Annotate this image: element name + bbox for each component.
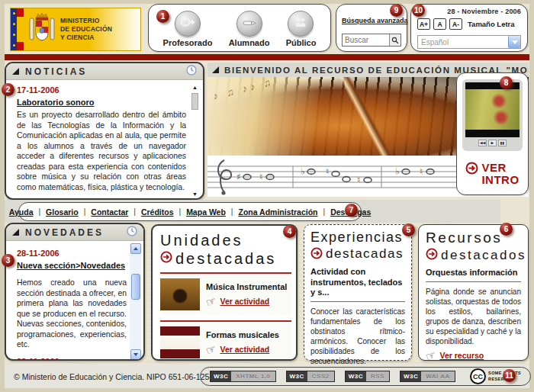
publico-label: Público: [286, 38, 317, 47]
w3c-label: CSS2: [307, 371, 334, 381]
experiencias-title-line2: destacadas: [326, 247, 404, 262]
pencil-icon: [243, 17, 256, 31]
ministry-name-line3: Y CIENCIA: [60, 34, 112, 42]
w3c-wai-badge[interactable]: W3C WAI AA: [400, 371, 455, 382]
unidades-title-line1: Unidades: [160, 232, 291, 249]
search-input[interactable]: [343, 34, 389, 46]
intro-video-panel: ◀◀ ▶ ▮▮ VER INTRO: [456, 72, 529, 195]
noticias-header: NOTICIAS: [6, 63, 203, 80]
menu-separator: |: [134, 207, 136, 216]
menu-item-zona-administracion[interactable]: Zona Administración: [238, 207, 317, 217]
unidad-item: Formas musicales ☞ Ver actividad: [160, 320, 291, 361]
novedades-scrollbar[interactable]: [130, 243, 141, 360]
ver-intro-line1: VER: [481, 162, 519, 174]
w3c-xhtml-badge[interactable]: W3C XHTML 1.0: [210, 371, 276, 382]
current-date: 28 - Noviembre - 2006: [417, 8, 521, 15]
menu-separator: |: [84, 207, 86, 216]
ministry-logo[interactable]: MINISTERIO DE EDUCACIÓN Y CIENCIA: [10, 8, 141, 51]
unidad-item: Música Instrumental ☞ Ver actividad: [160, 272, 291, 315]
utility-menu: Ayuda | Glosario | Contactar | Créditos …: [18, 202, 362, 221]
video-thumbnail[interactable]: [465, 82, 520, 137]
annotation-badge-4: 4: [283, 225, 296, 238]
annotation-badge-6: 6: [500, 223, 513, 236]
ver-intro-line2: INTRO: [481, 174, 519, 186]
scroll-down-icon[interactable]: [130, 349, 141, 360]
noticias-panel: NOTICIAS 17-11-2006 Laboratorio sonoro E…: [5, 62, 204, 200]
hand-pointer-icon: ☞: [204, 342, 217, 356]
svg-text:♭: ♭: [395, 166, 400, 177]
novedad-link[interactable]: Nueva sección>Novedades: [17, 261, 125, 270]
noticias-scrollbar[interactable]: ▲ ▼: [190, 83, 200, 198]
profesorado-button[interactable]: Profesorado: [163, 11, 213, 47]
scroll-up-icon[interactable]: [130, 243, 141, 254]
ministry-name-line1: MINISTERIO: [60, 17, 112, 25]
font-normal-button[interactable]: A: [433, 18, 446, 30]
unidad-thumbnail[interactable]: [160, 278, 200, 310]
publico-circle[interactable]: [288, 11, 314, 37]
w3c-css-badge[interactable]: W3C CSS2: [286, 371, 335, 382]
language-selected-value: Español: [418, 38, 508, 47]
font-increase-button[interactable]: A+: [417, 18, 430, 30]
menu-item-glosario[interactable]: Glosario: [46, 207, 79, 217]
unidades-panel: Unidades destacadas Música Instrumental …: [151, 224, 298, 361]
rewind-icon[interactable]: ◀◀: [478, 140, 487, 146]
w3c-label: WAI AA: [421, 371, 455, 381]
corner-triangle-icon: [212, 66, 219, 73]
novedad-date: 28-11-2006: [17, 249, 127, 258]
w3c-prefix: W3C: [346, 371, 366, 381]
novedades-panel: NOVEDADES 28-11-2006 Nueva sección>Noved…: [5, 223, 145, 361]
annotation-badge-2: 2: [2, 83, 14, 96]
scroll-up-icon[interactable]: ▲: [191, 83, 199, 92]
novedades-header: NOVEDADES: [6, 224, 143, 241]
menu-item-creditos[interactable]: Créditos: [141, 207, 174, 217]
hand-pointer-icon: ☞: [424, 349, 437, 362]
menu-item-ayuda[interactable]: Ayuda: [9, 207, 34, 217]
pause-icon[interactable]: ▮▮: [498, 140, 507, 146]
menu-item-mapa-web[interactable]: Mapa Web: [186, 207, 226, 217]
header-red-bar: [5, 54, 529, 60]
menu-separator: |: [231, 207, 233, 216]
link-icon: [180, 17, 195, 31]
scrollbar-thumb[interactable]: [131, 274, 140, 300]
unidad-thumbnail[interactable]: [160, 326, 200, 358]
red-circle-arrow-icon: [426, 248, 438, 263]
profile-nav-panel: Profesorado Alumnado Público: [148, 4, 331, 52]
unidades-title-line2: destacadas: [175, 250, 276, 267]
clock-icon: [127, 226, 137, 239]
ver-actividad-link[interactable]: Ver actividad: [220, 345, 269, 354]
ver-actividad-link[interactable]: Ver actividad: [220, 297, 269, 306]
play-icon[interactable]: ▶: [488, 140, 497, 146]
novedad-date: 28-11-2006: [17, 357, 127, 361]
svg-text:♮: ♮: [326, 166, 329, 177]
ver-recurso-link[interactable]: Ver recurso: [439, 351, 484, 360]
novedad-body: Hemos creado una nueva sección destinada…: [17, 278, 127, 350]
footer: © Ministerio de Educación y Ciencia. NIP…: [5, 365, 529, 388]
search-button[interactable]: [389, 34, 400, 46]
advanced-search-link[interactable]: Búsqueda avanzada: [342, 17, 408, 24]
profesorado-circle[interactable]: [175, 11, 201, 37]
alumnado-button[interactable]: Alumnado: [229, 11, 270, 47]
ver-intro-link[interactable]: VER INTRO: [457, 162, 528, 186]
scrollbar-thumb[interactable]: [191, 93, 198, 110]
w3c-label: RSS: [366, 371, 389, 381]
cc-icon: CC: [470, 368, 486, 384]
unidad-title: Formas musicales: [206, 330, 279, 339]
news-link[interactable]: Laboratorio sonoro: [17, 98, 94, 107]
alumnado-circle[interactable]: [236, 11, 262, 37]
annotation-badge-11: 11: [503, 369, 516, 382]
w3c-label: XHTML 1.0: [231, 371, 275, 381]
corner-triangle-icon: [12, 68, 19, 75]
novedades-content: 28-11-2006 Nueva sección>Novedades Hemos…: [6, 241, 143, 361]
language-dropdown-button[interactable]: [508, 36, 520, 48]
experiencias-title-line1: Experiencias: [310, 230, 405, 246]
font-decrease-button[interactable]: A-: [449, 18, 462, 30]
w3c-rss-badge[interactable]: W3C RSS: [345, 371, 390, 382]
scroll-down-icon[interactable]: ▼: [191, 190, 199, 198]
ministry-name-line2: DE EDUCACIÓN: [60, 25, 112, 34]
novedades-title: NOVEDADES: [25, 227, 104, 238]
hand-pointer-icon: ☞: [204, 294, 217, 308]
menu-item-contactar[interactable]: Contactar: [91, 207, 128, 217]
annotation-badge-5: 5: [402, 223, 415, 236]
language-select[interactable]: Español: [417, 35, 521, 49]
publico-button[interactable]: Público: [286, 11, 317, 47]
